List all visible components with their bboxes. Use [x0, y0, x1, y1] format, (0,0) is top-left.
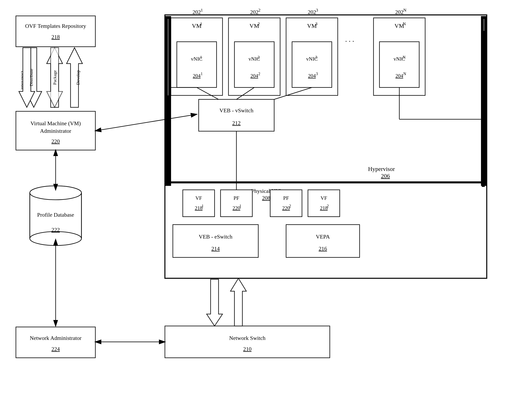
svg-rect-27 [177, 42, 217, 87]
svg-text:PF: PF [283, 195, 289, 201]
svg-rect-73 [221, 190, 252, 217]
svg-text:· · ·: · · · [345, 37, 354, 45]
svg-text:Hypervisor: Hypervisor [368, 165, 395, 172]
svg-text:N: N [403, 55, 405, 60]
svg-text:VEPA: VEPA [316, 233, 330, 240]
svg-text:3: 3 [316, 8, 318, 13]
svg-text:Network Administrator: Network Administrator [30, 335, 82, 341]
svg-text:2: 2 [289, 204, 291, 208]
svg-rect-0 [16, 16, 95, 47]
svg-text:2: 2 [258, 72, 260, 76]
svg-text:214: 214 [211, 246, 220, 252]
svg-text:222: 222 [52, 227, 60, 233]
svg-text:3: 3 [316, 72, 318, 76]
svg-text:VEB - eSwitch: VEB - eSwitch [199, 233, 232, 240]
svg-text:218: 218 [195, 205, 203, 211]
svg-text:VF: VF [195, 195, 202, 201]
svg-text:Virtual Machine (VM): Virtual Machine (VM) [30, 120, 81, 127]
svg-text:3: 3 [315, 21, 317, 26]
svg-marker-110 [230, 278, 246, 326]
svg-text:PF: PF [234, 195, 239, 201]
svg-text:1: 1 [201, 72, 203, 76]
svg-text:208: 208 [262, 195, 270, 201]
svg-rect-37 [235, 42, 274, 87]
svg-text:2: 2 [258, 8, 260, 13]
svg-rect-47 [292, 42, 332, 87]
svg-text:206: 206 [381, 172, 390, 179]
svg-text:1: 1 [200, 55, 202, 60]
svg-rect-85 [173, 225, 258, 257]
svg-text:N: N [403, 72, 406, 76]
svg-rect-63 [199, 99, 274, 131]
svg-text:1: 1 [239, 204, 241, 208]
svg-text:202: 202 [192, 9, 201, 15]
svg-text:204: 204 [396, 73, 403, 79]
svg-text:3: 3 [315, 55, 317, 60]
svg-rect-77 [270, 190, 302, 217]
svg-text:218: 218 [52, 34, 60, 40]
svg-text:204: 204 [308, 73, 316, 79]
svg-text:1: 1 [200, 21, 202, 26]
svg-text:1: 1 [201, 8, 203, 13]
svg-rect-91 [165, 326, 330, 358]
svg-text:2: 2 [258, 21, 260, 26]
svg-text:202: 202 [250, 9, 258, 15]
svg-text:204: 204 [250, 73, 258, 79]
svg-text:224: 224 [52, 346, 60, 352]
svg-text:2: 2 [258, 55, 260, 60]
svg-text:202: 202 [395, 9, 404, 15]
svg-rect-88 [286, 225, 360, 257]
svg-text:Profile Database: Profile Database [37, 212, 74, 218]
svg-text:Package: Package [52, 70, 57, 85]
svg-text:N: N [403, 8, 406, 13]
svg-text:Network Switch: Network Switch [229, 335, 266, 341]
svg-text:VF: VF [320, 195, 327, 201]
svg-text:OVF Templates Repository: OVF Templates Repository [25, 23, 86, 29]
svg-text:220: 220 [52, 138, 60, 144]
svg-text:220: 220 [282, 205, 290, 211]
svg-text:204: 204 [193, 73, 201, 79]
svg-text:218: 218 [320, 205, 328, 211]
svg-rect-16 [16, 327, 95, 358]
diagram-svg: OVF Templates Repository 218 Virtual Mac… [0, 0, 508, 420]
svg-text:202: 202 [308, 9, 316, 15]
svg-text:1: 1 [202, 204, 204, 208]
svg-text:216: 216 [319, 246, 327, 252]
svg-text:2: 2 [327, 204, 329, 208]
svg-text:220: 220 [233, 205, 240, 211]
svg-text:VEB - vSwitch: VEB - vSwitch [219, 107, 253, 113]
svg-rect-81 [308, 190, 340, 217]
svg-text:212: 212 [232, 120, 241, 126]
svg-text:Distribute: Distribute [29, 69, 34, 86]
svg-marker-109 [207, 279, 222, 326]
svg-text:Develop: Develop [75, 70, 81, 85]
diagram: OVF Templates Repository 218 Virtual Mac… [0, 0, 508, 420]
svg-rect-58 [379, 42, 419, 87]
svg-text:Administrator: Administrator [40, 128, 71, 134]
svg-text:N: N [403, 21, 406, 26]
svg-text:210: 210 [243, 346, 251, 352]
svg-rect-69 [183, 190, 214, 217]
